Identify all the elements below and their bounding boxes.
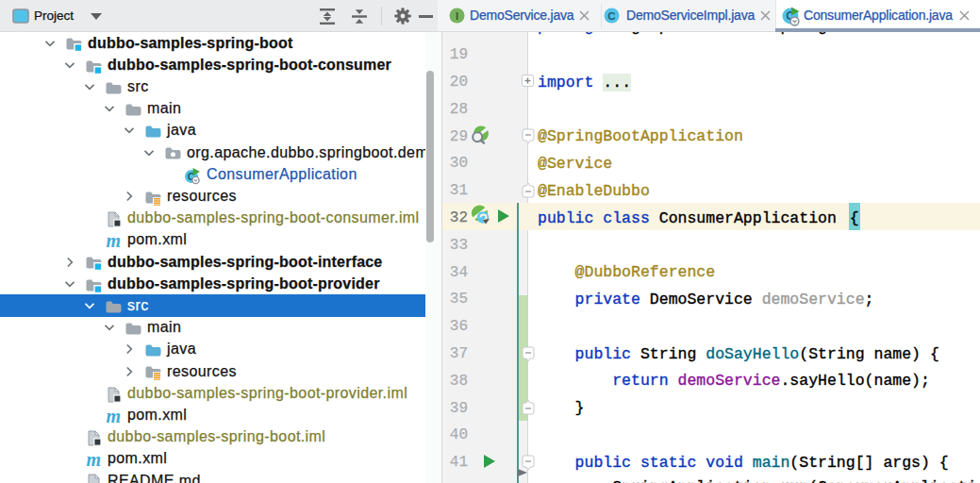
svg-text:m: m (87, 452, 102, 468)
svg-text:C: C (607, 10, 615, 22)
svg-text:m: m (107, 408, 122, 425)
svg-text:m: m (107, 233, 122, 249)
svg-text:I: I (456, 10, 458, 22)
